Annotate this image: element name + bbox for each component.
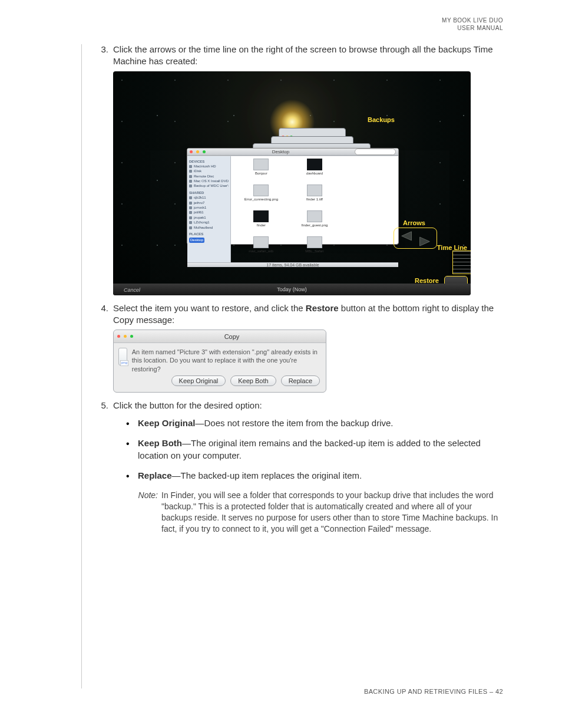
file-name[interactable]: mac_safari_wtb: [234, 249, 288, 253]
file-name[interactable]: Bonjour: [234, 172, 288, 175]
sidebar-shared[interactable]: jethro7: [189, 200, 229, 205]
sidebar-device[interactable]: Remote Disc: [189, 174, 229, 179]
minimize-icon[interactable]: [124, 335, 127, 338]
page-footer: BACKING UP AND RETRIEVING FILES – 42: [364, 688, 503, 695]
option-keep-original: Keep Original—Does not restore the item …: [126, 417, 503, 429]
file-name[interactable]: finder_guest.png: [288, 223, 342, 227]
note-label: Note:: [132, 490, 161, 535]
callout-arrows: Arrows: [403, 219, 425, 226]
copy-dialog-titlebar: Copy: [114, 330, 326, 343]
file-name[interactable]: dashboard: [288, 172, 342, 175]
sidebar-device[interactable]: iDisk: [189, 169, 229, 173]
sidebar-shared[interactable]: LZchong1: [189, 220, 229, 225]
callout-timeline: Time Line: [437, 244, 467, 251]
note-block: Note: In Finder, you will see a folder t…: [132, 490, 503, 535]
copy-dialog-message: An item named "Picture 3" with extension…: [132, 348, 320, 373]
file-name[interactable]: Error_connecting.png: [234, 197, 288, 201]
page-header: MY BOOK LIVE DUO USER MANUAL: [59, 17, 503, 32]
copy-dialog-title: Copy: [138, 333, 326, 340]
option-replace: Replace—The backed-up item replaces the …: [126, 470, 503, 482]
options-list: Keep Original—Does not restore the item …: [126, 417, 503, 482]
sidebar-place-selected[interactable]: Desktop: [189, 238, 204, 242]
step-5-text: Click the button for the desired option:: [113, 400, 503, 411]
step-3: 3. Click the arrows or the time line on …: [99, 44, 503, 68]
minimize-icon[interactable]: [196, 150, 199, 153]
margin-rule: [81, 44, 82, 689]
timeline-arrows[interactable]: [394, 228, 437, 249]
option-keep-both: Keep Both—The original item remains and …: [126, 437, 503, 462]
finder-statusbar: 17 items, 94.04 GB available: [187, 262, 398, 267]
replace-button[interactable]: Replace: [281, 375, 320, 386]
keep-original-button[interactable]: Keep Original: [171, 375, 226, 386]
step-3-num: 3.: [99, 44, 113, 68]
tm-bottombar: Today (Now): [113, 284, 471, 295]
sidebar-group-shared: SHARED: [189, 190, 229, 195]
header-line2: USER MANUAL: [59, 24, 503, 32]
tm-today-label: Today (Now): [277, 286, 307, 292]
file-icon: [118, 348, 127, 365]
finder-window: Desktop DEVICES Macintosh HD iDisk Remot…: [187, 148, 399, 245]
step-5-num: 5.: [99, 400, 113, 411]
zoom-icon[interactable]: [130, 335, 133, 338]
header-line1: MY BOOK LIVE DUO: [59, 17, 503, 24]
step-3-text: Click the arrows or the time line on the…: [113, 44, 503, 68]
sidebar-device[interactable]: Backup of WDC User's Mac mini: [189, 183, 229, 188]
sidebar-shared[interactable]: jstill61: [189, 210, 229, 215]
timeline-ruler[interactable]: [453, 251, 471, 274]
sidebar-device[interactable]: Mac OS X Install DVD: [189, 179, 229, 183]
zoom-icon[interactable]: [203, 150, 206, 153]
finder-search-input[interactable]: [355, 149, 396, 155]
finder-title: Desktop: [209, 149, 352, 154]
sidebar-group-places: PLACES: [189, 232, 229, 236]
file-name[interactable]: finder: [234, 223, 288, 227]
keep-both-button[interactable]: Keep Both: [230, 375, 276, 386]
sidebar-group-devices: DEVICES: [189, 159, 229, 164]
file-name[interactable]: finder 1.tiff: [288, 197, 342, 201]
cancel-button[interactable]: Cancel: [124, 287, 140, 293]
finder-sidebar: DEVICES Macintosh HD iDisk Remote Disc M…: [187, 156, 231, 262]
step-4-text: Select the item you want to restore, and…: [113, 302, 503, 327]
sidebar-shared[interactable]: Mulhaolland: [189, 225, 229, 230]
sidebar-shared[interactable]: cjb2k11: [189, 195, 229, 200]
note-text: In Finder, you will see a folder that co…: [161, 490, 503, 535]
sidebar-shared[interactable]: jorrock1: [189, 205, 229, 210]
close-icon[interactable]: [190, 150, 193, 153]
file-name[interactable]: MBL_Safari: [288, 249, 342, 253]
sidebar-shared[interactable]: jzupak1: [189, 215, 229, 220]
figure-timemachine: Backups Desktop: [113, 71, 503, 295]
step-4-num: 4.: [99, 302, 113, 327]
step-4: 4. Select the item you want to restore, …: [99, 302, 503, 327]
finder-file-grid: Bonjour dashboard Error_connecting.png f…: [231, 156, 398, 262]
figure-copy-dialog: Copy An item named "Picture 3" with exte…: [113, 330, 503, 393]
callout-backups: Backups: [368, 116, 395, 123]
copy-dialog: Copy An item named "Picture 3" with exte…: [113, 330, 326, 393]
time-machine-screenshot: Backups Desktop: [113, 71, 471, 295]
sidebar-device[interactable]: Macintosh HD: [189, 164, 229, 169]
close-icon[interactable]: [117, 335, 120, 338]
step-5: 5. Click the button for the desired opti…: [99, 400, 503, 411]
finder-titlebar: Desktop: [187, 149, 398, 156]
